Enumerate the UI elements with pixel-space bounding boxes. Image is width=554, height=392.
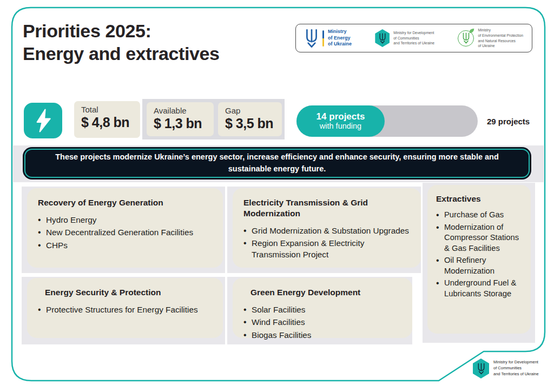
bullet-item: Wind Facilities	[243, 317, 401, 328]
card-title: Extractives	[436, 194, 522, 204]
footer-hexagon-icon	[473, 358, 489, 378]
communities-ministry-logo: Ministry for Development of Communities …	[375, 29, 434, 47]
stat-card-available: Available $ 1,3 bn	[147, 102, 214, 136]
bullet-item: Solar Facilities	[243, 304, 401, 315]
bullet-item: Purchase of Gas	[436, 210, 522, 221]
communities-ministry-name: Ministry for Development of Communities …	[393, 30, 434, 46]
card-green-energy: Green Energy Development Solar Facilitie…	[233, 278, 412, 338]
title-line-2: Energy and extractives	[23, 42, 220, 65]
card-title: Energy Security & Protection	[38, 287, 212, 298]
hexagon-trident-icon	[375, 29, 390, 47]
card-title: Electricity Transmission & Grid Moderniz…	[243, 197, 410, 219]
energy-ministry-name: Ministry of Energy of Ukraine	[328, 29, 352, 48]
stat-value: $ 4,8 bn	[81, 115, 133, 130]
stat-value: $ 3,5 bn	[225, 116, 275, 131]
bullet-item: CHPs	[38, 240, 212, 251]
lightning-icon	[34, 108, 52, 134]
card-recovery-generation: Recovery of Energy Generation Hydro Ener…	[27, 188, 223, 268]
funding-progress-track: 14 projects with funding	[296, 105, 478, 137]
card-electricity-transmission: Electricity Transmission & Grid Moderniz…	[233, 188, 421, 268]
environment-ministry-name: Ministry of Environmental Protection and…	[478, 28, 523, 48]
energy-ministry-logo: Ministry of Energy of Ukraine	[305, 29, 352, 48]
total-projects-label: 29 projects	[487, 117, 530, 126]
card-title: Green Energy Development	[243, 287, 401, 298]
environment-ministry-logo: Ministry of Environmental Protection and…	[458, 28, 523, 48]
bullet-item: New Decentralized Generation Facilities	[38, 227, 212, 238]
stat-card-total: Total $ 4,8 bn	[74, 101, 140, 138]
summary-banner: These projects modernize Ukraine’s energ…	[24, 149, 530, 178]
funding-progress-fill: 14 projects with funding	[296, 105, 385, 137]
card-bullet-list: Solar Facilities Wind Facilities Biogas …	[243, 304, 401, 341]
bullet-item: Protective Structures for Energy Facilit…	[38, 304, 212, 315]
footer-ministry-logo: Ministry for Development of Communities …	[473, 358, 539, 378]
energy-icon-tile	[24, 103, 62, 138]
flag-bar-icon	[322, 30, 324, 46]
summary-banner-text: These projects modernize Ukraine’s energ…	[25, 151, 529, 175]
funded-projects-sub: with funding	[320, 122, 361, 131]
card-title: Recovery of Energy Generation	[38, 197, 212, 208]
title-line-1: Priorities 2025:	[23, 19, 220, 42]
card-bullet-list: Purchase of Gas Modernization of Compres…	[436, 210, 522, 299]
bullet-item: Oil Refinery Modernization	[436, 255, 522, 276]
slide-page: Priorities 2025: Energy and extractives …	[0, 0, 554, 392]
stat-value: $ 1,3 bn	[154, 116, 207, 131]
card-extractives: Extractives Purchase of Gas Modernizatio…	[427, 185, 531, 334]
funded-projects-count: 14 projects	[316, 111, 365, 122]
leaf-trident-icon	[458, 30, 474, 46]
stat-card-gap: Gap $ 3,5 bn	[218, 102, 282, 136]
ministries-logo-box: Ministry of Energy of Ukraine Ministry f…	[295, 24, 532, 52]
bullet-item: Hydro Energy	[38, 215, 212, 225]
card-energy-security: Energy Security & Protection Protective …	[27, 278, 223, 338]
page-title: Priorities 2025: Energy and extractives	[23, 19, 220, 65]
bullet-item: Biogas Facilities	[243, 330, 401, 341]
card-bullet-list: Grid Modernization & Substation Upgrades…	[243, 225, 410, 260]
footer-ministry-name: Ministry for Development of Communities …	[493, 360, 539, 377]
stat-label: Gap	[225, 106, 275, 115]
stat-label: Available	[154, 106, 207, 115]
bullet-item: Modernization of Compressor Stations & G…	[436, 222, 522, 254]
card-bullet-list: Protective Structures for Energy Facilit…	[38, 304, 212, 315]
bullet-item: Grid Modernization & Substation Upgrades	[243, 225, 410, 236]
stat-label: Total	[81, 105, 133, 114]
bullet-item: Underground Fuel & Lubricants Storage	[436, 278, 522, 299]
bullet-item: Region Expansion & Electricity Transmiss…	[243, 238, 410, 260]
card-bullet-list: Hydro Energy New Decentralized Generatio…	[38, 215, 212, 251]
trident-icon	[305, 29, 319, 48]
